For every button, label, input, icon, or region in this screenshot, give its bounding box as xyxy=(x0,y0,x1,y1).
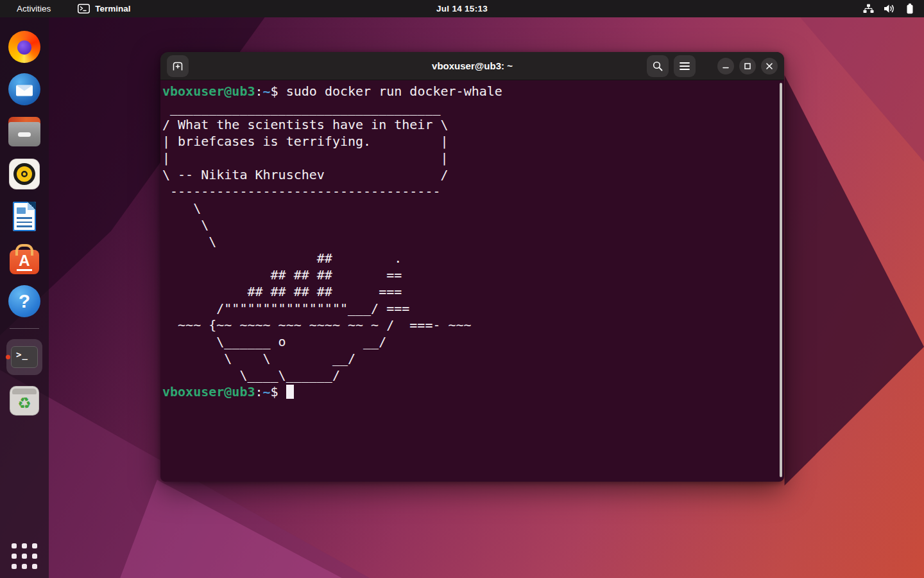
menu-icon xyxy=(679,62,690,71)
search-button[interactable] xyxy=(647,55,669,77)
ubuntu-software-icon: A xyxy=(10,250,39,274)
dock-item-ubuntu-software[interactable]: A xyxy=(6,242,42,276)
system-status-area[interactable] xyxy=(863,3,924,14)
prompt-user-host: vboxuser@ub3 xyxy=(162,83,255,99)
close-icon xyxy=(766,62,773,70)
trash-icon: ♻ xyxy=(10,386,39,416)
new-tab-icon xyxy=(172,61,184,71)
search-icon xyxy=(652,60,663,72)
battery-icon xyxy=(906,3,914,14)
focused-app-menu[interactable]: Terminal xyxy=(78,4,130,13)
terminal-screen[interactable]: vboxuser@ub3:~$ sudo docker run docker-w… xyxy=(160,80,784,400)
show-apps-grid-icon[interactable] xyxy=(12,543,37,569)
prompt-user-host: vboxuser@ub3 xyxy=(162,384,255,399)
window-title: vboxuser@ub3: ~ xyxy=(432,60,513,71)
minimize-button[interactable] xyxy=(717,58,734,74)
new-tab-button[interactable] xyxy=(167,55,189,77)
libreoffice-writer-icon xyxy=(13,202,36,231)
dock-item-thunderbird[interactable] xyxy=(6,73,42,106)
maximize-button[interactable] xyxy=(739,58,756,74)
files-icon xyxy=(8,121,40,146)
clock[interactable]: Jul 14 15:13 xyxy=(430,3,494,15)
prompt-line: vboxuser@ub3:~$ sudo docker run docker-w… xyxy=(162,83,502,99)
running-indicator-dot xyxy=(6,355,10,360)
network-wired-icon xyxy=(863,4,874,13)
top-bar: Activities Terminal Jul 14 15:13 xyxy=(0,0,924,17)
dock-item-files[interactable] xyxy=(6,115,42,148)
terminal-app-icon xyxy=(78,4,90,13)
minimize-icon xyxy=(722,62,730,70)
rhythmbox-icon xyxy=(9,159,40,189)
focused-app-name: Terminal xyxy=(95,4,130,13)
terminal-icon: >_ xyxy=(11,346,38,368)
maximize-icon xyxy=(744,62,751,70)
dock-item-trash[interactable]: ♻ xyxy=(6,384,42,417)
firefox-icon xyxy=(8,31,40,63)
command-output-ascii: ___________________________________ / Wh… xyxy=(162,100,472,383)
volume-icon xyxy=(884,4,896,13)
prompt-line-current: vboxuser@ub3:~$ xyxy=(162,384,294,399)
command-text: sudo docker run docker-whale xyxy=(286,83,502,99)
menu-button[interactable] xyxy=(674,55,696,77)
prompt-path: ~ xyxy=(263,384,271,399)
help-icon: ? xyxy=(8,285,40,317)
scrollbar-thumb[interactable] xyxy=(780,83,782,477)
activities-button[interactable]: Activities xyxy=(13,3,55,15)
dock-separator xyxy=(10,328,39,329)
close-button[interactable] xyxy=(761,58,778,74)
window-headerbar[interactable]: vboxuser@ub3: ~ xyxy=(160,52,784,80)
thunderbird-icon xyxy=(8,73,40,105)
prompt-path: ~ xyxy=(263,83,271,99)
dock-item-rhythmbox[interactable] xyxy=(6,157,42,191)
dock-item-terminal[interactable]: >_ xyxy=(6,339,42,375)
terminal-window: vboxuser@ub3: ~ xyxy=(160,52,784,482)
dock-item-help[interactable]: ? xyxy=(6,285,42,318)
terminal-body[interactable]: vboxuser@ub3:~$ sudo docker run docker-w… xyxy=(160,80,784,482)
dock-item-libreoffice-writer[interactable] xyxy=(6,200,42,233)
dock-item-firefox[interactable] xyxy=(6,30,42,64)
terminal-cursor xyxy=(286,385,294,399)
dock: A ? >_ ♻ xyxy=(0,17,49,578)
